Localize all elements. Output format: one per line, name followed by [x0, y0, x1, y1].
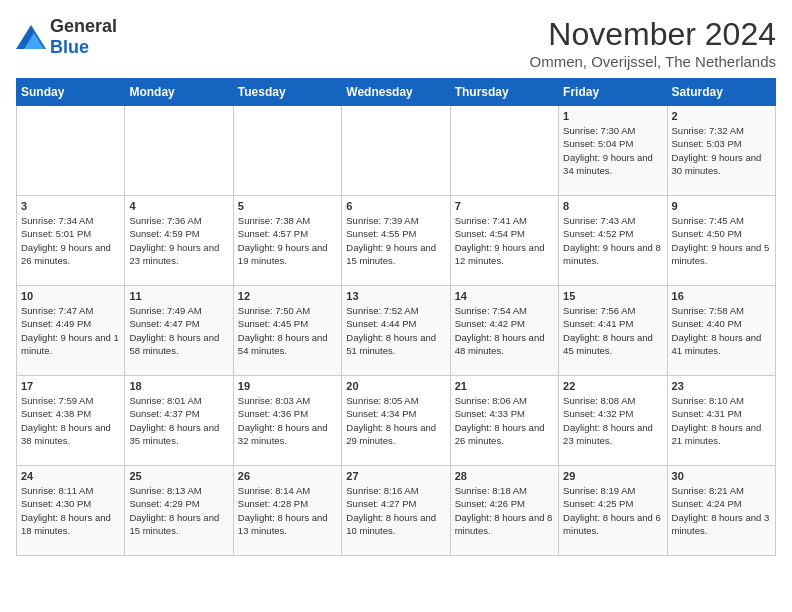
calendar-cell [17, 106, 125, 196]
logo-general-text: General [50, 16, 117, 36]
month-title: November 2024 [530, 16, 776, 53]
day-info: Sunrise: 7:30 AM Sunset: 5:04 PM Dayligh… [563, 124, 662, 177]
day-info: Sunrise: 7:56 AM Sunset: 4:41 PM Dayligh… [563, 304, 662, 357]
calendar-cell: 20Sunrise: 8:05 AM Sunset: 4:34 PM Dayli… [342, 376, 450, 466]
day-number: 8 [563, 200, 662, 212]
day-info: Sunrise: 8:06 AM Sunset: 4:33 PM Dayligh… [455, 394, 554, 447]
weekday-header: Friday [559, 79, 667, 106]
day-info: Sunrise: 8:14 AM Sunset: 4:28 PM Dayligh… [238, 484, 337, 537]
weekday-header: Wednesday [342, 79, 450, 106]
calendar-week-row: 1Sunrise: 7:30 AM Sunset: 5:04 PM Daylig… [17, 106, 776, 196]
day-info: Sunrise: 8:21 AM Sunset: 4:24 PM Dayligh… [672, 484, 771, 537]
day-info: Sunrise: 7:34 AM Sunset: 5:01 PM Dayligh… [21, 214, 120, 267]
calendar-table: SundayMondayTuesdayWednesdayThursdayFrid… [16, 78, 776, 556]
logo-icon [16, 25, 46, 49]
day-info: Sunrise: 7:54 AM Sunset: 4:42 PM Dayligh… [455, 304, 554, 357]
calendar-cell [450, 106, 558, 196]
calendar-cell: 2Sunrise: 7:32 AM Sunset: 5:03 PM Daylig… [667, 106, 775, 196]
day-number: 28 [455, 470, 554, 482]
calendar-week-row: 10Sunrise: 7:47 AM Sunset: 4:49 PM Dayli… [17, 286, 776, 376]
day-number: 11 [129, 290, 228, 302]
day-info: Sunrise: 8:05 AM Sunset: 4:34 PM Dayligh… [346, 394, 445, 447]
day-info: Sunrise: 7:47 AM Sunset: 4:49 PM Dayligh… [21, 304, 120, 357]
day-info: Sunrise: 7:59 AM Sunset: 4:38 PM Dayligh… [21, 394, 120, 447]
day-number: 19 [238, 380, 337, 392]
day-number: 1 [563, 110, 662, 122]
calendar-cell: 23Sunrise: 8:10 AM Sunset: 4:31 PM Dayli… [667, 376, 775, 466]
day-number: 6 [346, 200, 445, 212]
day-info: Sunrise: 8:11 AM Sunset: 4:30 PM Dayligh… [21, 484, 120, 537]
day-info: Sunrise: 8:10 AM Sunset: 4:31 PM Dayligh… [672, 394, 771, 447]
day-info: Sunrise: 8:13 AM Sunset: 4:29 PM Dayligh… [129, 484, 228, 537]
calendar-cell: 6Sunrise: 7:39 AM Sunset: 4:55 PM Daylig… [342, 196, 450, 286]
calendar-cell [342, 106, 450, 196]
calendar-cell: 22Sunrise: 8:08 AM Sunset: 4:32 PM Dayli… [559, 376, 667, 466]
calendar-cell: 15Sunrise: 7:56 AM Sunset: 4:41 PM Dayli… [559, 286, 667, 376]
day-info: Sunrise: 7:50 AM Sunset: 4:45 PM Dayligh… [238, 304, 337, 357]
day-info: Sunrise: 8:01 AM Sunset: 4:37 PM Dayligh… [129, 394, 228, 447]
day-number: 3 [21, 200, 120, 212]
calendar-cell: 7Sunrise: 7:41 AM Sunset: 4:54 PM Daylig… [450, 196, 558, 286]
calendar-cell [125, 106, 233, 196]
calendar-cell: 8Sunrise: 7:43 AM Sunset: 4:52 PM Daylig… [559, 196, 667, 286]
day-info: Sunrise: 8:19 AM Sunset: 4:25 PM Dayligh… [563, 484, 662, 537]
day-info: Sunrise: 8:16 AM Sunset: 4:27 PM Dayligh… [346, 484, 445, 537]
day-info: Sunrise: 7:36 AM Sunset: 4:59 PM Dayligh… [129, 214, 228, 267]
calendar-cell [233, 106, 341, 196]
weekday-header: Thursday [450, 79, 558, 106]
header: General Blue November 2024 Ommen, Overij… [16, 16, 776, 70]
day-number: 9 [672, 200, 771, 212]
calendar-cell: 11Sunrise: 7:49 AM Sunset: 4:47 PM Dayli… [125, 286, 233, 376]
calendar-cell: 4Sunrise: 7:36 AM Sunset: 4:59 PM Daylig… [125, 196, 233, 286]
day-info: Sunrise: 8:18 AM Sunset: 4:26 PM Dayligh… [455, 484, 554, 537]
day-number: 4 [129, 200, 228, 212]
weekday-header: Tuesday [233, 79, 341, 106]
day-number: 22 [563, 380, 662, 392]
weekday-header: Saturday [667, 79, 775, 106]
day-number: 23 [672, 380, 771, 392]
calendar-cell: 28Sunrise: 8:18 AM Sunset: 4:26 PM Dayli… [450, 466, 558, 556]
day-number: 18 [129, 380, 228, 392]
day-number: 29 [563, 470, 662, 482]
calendar-cell: 17Sunrise: 7:59 AM Sunset: 4:38 PM Dayli… [17, 376, 125, 466]
day-info: Sunrise: 8:08 AM Sunset: 4:32 PM Dayligh… [563, 394, 662, 447]
day-number: 17 [21, 380, 120, 392]
calendar-cell: 24Sunrise: 8:11 AM Sunset: 4:30 PM Dayli… [17, 466, 125, 556]
day-number: 10 [21, 290, 120, 302]
day-number: 16 [672, 290, 771, 302]
day-info: Sunrise: 7:41 AM Sunset: 4:54 PM Dayligh… [455, 214, 554, 267]
calendar-week-row: 17Sunrise: 7:59 AM Sunset: 4:38 PM Dayli… [17, 376, 776, 466]
day-info: Sunrise: 7:43 AM Sunset: 4:52 PM Dayligh… [563, 214, 662, 267]
day-number: 27 [346, 470, 445, 482]
calendar-cell: 3Sunrise: 7:34 AM Sunset: 5:01 PM Daylig… [17, 196, 125, 286]
calendar-cell: 25Sunrise: 8:13 AM Sunset: 4:29 PM Dayli… [125, 466, 233, 556]
day-number: 2 [672, 110, 771, 122]
calendar-cell: 27Sunrise: 8:16 AM Sunset: 4:27 PM Dayli… [342, 466, 450, 556]
logo: General Blue [16, 16, 117, 58]
weekday-header: Sunday [17, 79, 125, 106]
calendar-week-row: 3Sunrise: 7:34 AM Sunset: 5:01 PM Daylig… [17, 196, 776, 286]
day-info: Sunrise: 7:39 AM Sunset: 4:55 PM Dayligh… [346, 214, 445, 267]
day-info: Sunrise: 7:58 AM Sunset: 4:40 PM Dayligh… [672, 304, 771, 357]
day-info: Sunrise: 7:49 AM Sunset: 4:47 PM Dayligh… [129, 304, 228, 357]
title-area: November 2024 Ommen, Overijssel, The Net… [530, 16, 776, 70]
day-number: 25 [129, 470, 228, 482]
calendar-cell: 21Sunrise: 8:06 AM Sunset: 4:33 PM Dayli… [450, 376, 558, 466]
day-number: 20 [346, 380, 445, 392]
day-number: 13 [346, 290, 445, 302]
day-info: Sunrise: 7:45 AM Sunset: 4:50 PM Dayligh… [672, 214, 771, 267]
day-number: 5 [238, 200, 337, 212]
calendar-cell: 13Sunrise: 7:52 AM Sunset: 4:44 PM Dayli… [342, 286, 450, 376]
day-number: 14 [455, 290, 554, 302]
logo-blue-text: Blue [50, 37, 89, 57]
calendar-cell: 26Sunrise: 8:14 AM Sunset: 4:28 PM Dayli… [233, 466, 341, 556]
day-info: Sunrise: 8:03 AM Sunset: 4:36 PM Dayligh… [238, 394, 337, 447]
calendar-cell: 18Sunrise: 8:01 AM Sunset: 4:37 PM Dayli… [125, 376, 233, 466]
calendar-header: SundayMondayTuesdayWednesdayThursdayFrid… [17, 79, 776, 106]
calendar-cell: 5Sunrise: 7:38 AM Sunset: 4:57 PM Daylig… [233, 196, 341, 286]
day-number: 24 [21, 470, 120, 482]
calendar-cell: 12Sunrise: 7:50 AM Sunset: 4:45 PM Dayli… [233, 286, 341, 376]
calendar-cell: 14Sunrise: 7:54 AM Sunset: 4:42 PM Dayli… [450, 286, 558, 376]
calendar-cell: 9Sunrise: 7:45 AM Sunset: 4:50 PM Daylig… [667, 196, 775, 286]
day-number: 26 [238, 470, 337, 482]
